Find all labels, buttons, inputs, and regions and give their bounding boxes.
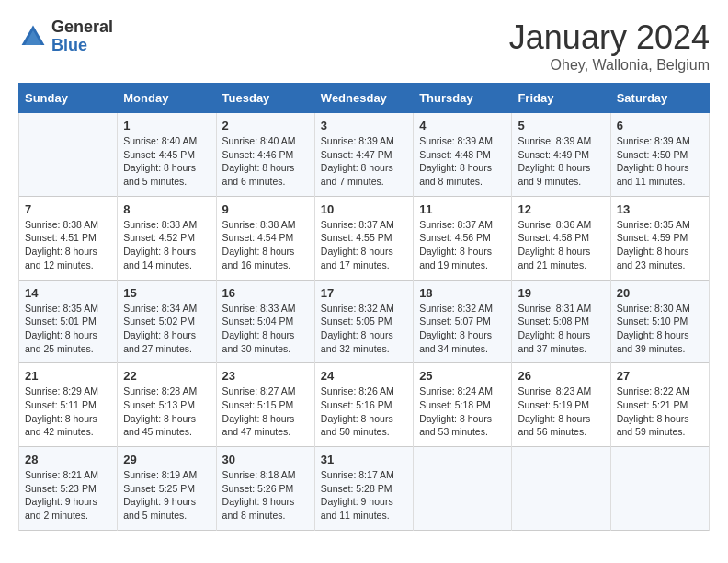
day-number: 23 <box>222 369 309 383</box>
day-number: 13 <box>617 202 703 216</box>
title-block: January 2024 Ohey, Wallonia, Belgium <box>509 18 710 74</box>
day-number: 12 <box>518 202 604 216</box>
day-info: Sunrise: 8:39 AMSunset: 4:47 PMDaylight:… <box>321 134 407 189</box>
day-number: 25 <box>419 369 506 383</box>
day-info: Sunrise: 8:34 AMSunset: 5:02 PMDaylight:… <box>123 302 210 356</box>
day-info: Sunrise: 8:37 AMSunset: 4:56 PMDaylight:… <box>419 218 506 272</box>
calendar-header-row: SundayMondayTuesdayWednesdayThursdayFrid… <box>19 84 710 113</box>
calendar-cell: 22Sunrise: 8:28 AMSunset: 5:13 PMDayligh… <box>118 363 216 447</box>
day-number: 8 <box>123 202 210 216</box>
calendar-cell: 29Sunrise: 8:19 AMSunset: 5:25 PMDayligh… <box>118 447 216 531</box>
day-number: 28 <box>25 453 111 466</box>
page-header: General Blue January 2024 Ohey, Wallonia… <box>18 18 710 74</box>
day-info: Sunrise: 8:38 AMSunset: 4:51 PMDaylight:… <box>25 218 111 272</box>
day-number: 5 <box>518 119 604 132</box>
day-number: 16 <box>222 286 309 300</box>
day-info: Sunrise: 8:31 AMSunset: 5:08 PMDaylight:… <box>518 302 604 356</box>
calendar-cell: 11Sunrise: 8:37 AMSunset: 4:56 PMDayligh… <box>414 196 512 280</box>
day-info: Sunrise: 8:30 AMSunset: 5:10 PMDaylight:… <box>617 302 703 356</box>
calendar-cell: 4Sunrise: 8:39 AMSunset: 4:48 PMDaylight… <box>414 113 512 197</box>
calendar-cell: 2Sunrise: 8:40 AMSunset: 4:46 PMDaylight… <box>216 113 314 197</box>
calendar-header-wednesday: Wednesday <box>314 84 413 113</box>
day-info: Sunrise: 8:38 AMSunset: 4:52 PMDaylight:… <box>123 218 210 272</box>
location: Ohey, Wallonia, Belgium <box>509 57 710 74</box>
day-number: 1 <box>123 119 210 132</box>
logo-text: General Blue <box>51 18 113 55</box>
calendar-cell: 13Sunrise: 8:35 AMSunset: 4:59 PMDayligh… <box>610 196 709 280</box>
day-info: Sunrise: 8:18 AMSunset: 5:26 PMDaylight:… <box>222 468 309 523</box>
day-number: 26 <box>518 369 604 383</box>
calendar-header-friday: Friday <box>512 84 610 113</box>
calendar-cell: 9Sunrise: 8:38 AMSunset: 4:54 PMDaylight… <box>216 196 314 280</box>
calendar-cell: 21Sunrise: 8:29 AMSunset: 5:11 PMDayligh… <box>19 363 118 447</box>
day-number: 22 <box>123 369 210 383</box>
day-number: 31 <box>321 453 407 466</box>
day-number: 21 <box>25 369 111 383</box>
day-info: Sunrise: 8:35 AMSunset: 4:59 PMDaylight:… <box>617 218 703 272</box>
calendar-cell: 25Sunrise: 8:24 AMSunset: 5:18 PMDayligh… <box>414 363 512 447</box>
calendar-cell: 14Sunrise: 8:35 AMSunset: 5:01 PMDayligh… <box>19 280 118 363</box>
day-number: 14 <box>25 286 111 300</box>
day-number: 19 <box>518 286 604 300</box>
day-number: 3 <box>321 119 407 132</box>
calendar-cell: 23Sunrise: 8:27 AMSunset: 5:15 PMDayligh… <box>216 363 314 447</box>
day-info: Sunrise: 8:40 AMSunset: 4:46 PMDaylight:… <box>222 134 309 189</box>
day-number: 6 <box>617 119 703 132</box>
day-number: 7 <box>25 202 111 216</box>
day-info: Sunrise: 8:39 AMSunset: 4:48 PMDaylight:… <box>419 134 506 189</box>
calendar-header-saturday: Saturday <box>610 84 709 113</box>
month-title: January 2024 <box>509 18 710 57</box>
calendar-cell: 8Sunrise: 8:38 AMSunset: 4:52 PMDaylight… <box>118 196 216 280</box>
logo-icon <box>18 22 48 52</box>
calendar-cell: 5Sunrise: 8:39 AMSunset: 4:49 PMDaylight… <box>512 113 610 197</box>
day-info: Sunrise: 8:27 AMSunset: 5:15 PMDaylight:… <box>222 385 309 439</box>
calendar-table: SundayMondayTuesdayWednesdayThursdayFrid… <box>18 83 710 531</box>
day-info: Sunrise: 8:40 AMSunset: 4:45 PMDaylight:… <box>123 134 210 189</box>
calendar-cell: 15Sunrise: 8:34 AMSunset: 5:02 PMDayligh… <box>118 280 216 363</box>
day-info: Sunrise: 8:39 AMSunset: 4:50 PMDaylight:… <box>617 134 703 189</box>
day-info: Sunrise: 8:26 AMSunset: 5:16 PMDaylight:… <box>321 385 407 439</box>
calendar-week-row: 1Sunrise: 8:40 AMSunset: 4:45 PMDaylight… <box>19 113 710 197</box>
day-info: Sunrise: 8:28 AMSunset: 5:13 PMDaylight:… <box>123 385 210 439</box>
calendar-cell <box>19 113 118 197</box>
day-info: Sunrise: 8:17 AMSunset: 5:28 PMDaylight:… <box>321 468 407 523</box>
calendar-header-thursday: Thursday <box>414 84 512 113</box>
calendar-week-row: 7Sunrise: 8:38 AMSunset: 4:51 PMDaylight… <box>19 196 710 280</box>
logo: General Blue <box>18 18 113 55</box>
day-info: Sunrise: 8:19 AMSunset: 5:25 PMDaylight:… <box>123 468 210 523</box>
calendar-cell: 1Sunrise: 8:40 AMSunset: 4:45 PMDaylight… <box>118 113 216 197</box>
calendar-cell: 24Sunrise: 8:26 AMSunset: 5:16 PMDayligh… <box>314 363 413 447</box>
calendar-cell: 7Sunrise: 8:38 AMSunset: 4:51 PMDaylight… <box>19 196 118 280</box>
day-info: Sunrise: 8:21 AMSunset: 5:23 PMDaylight:… <box>25 468 111 523</box>
calendar-week-row: 28Sunrise: 8:21 AMSunset: 5:23 PMDayligh… <box>19 447 710 531</box>
calendar-header-tuesday: Tuesday <box>216 84 314 113</box>
logo-blue: Blue <box>51 36 87 54</box>
calendar-week-row: 21Sunrise: 8:29 AMSunset: 5:11 PMDayligh… <box>19 363 710 447</box>
calendar-cell: 18Sunrise: 8:32 AMSunset: 5:07 PMDayligh… <box>414 280 512 363</box>
calendar-cell: 16Sunrise: 8:33 AMSunset: 5:04 PMDayligh… <box>216 280 314 363</box>
calendar-cell: 28Sunrise: 8:21 AMSunset: 5:23 PMDayligh… <box>19 447 118 531</box>
calendar-cell <box>414 447 512 531</box>
day-info: Sunrise: 8:32 AMSunset: 5:05 PMDaylight:… <box>321 302 407 356</box>
day-info: Sunrise: 8:23 AMSunset: 5:19 PMDaylight:… <box>518 385 604 439</box>
day-number: 29 <box>123 453 210 466</box>
day-info: Sunrise: 8:38 AMSunset: 4:54 PMDaylight:… <box>222 218 309 272</box>
calendar-cell: 26Sunrise: 8:23 AMSunset: 5:19 PMDayligh… <box>512 363 610 447</box>
day-number: 17 <box>321 286 407 300</box>
calendar-header-sunday: Sunday <box>19 84 118 113</box>
day-info: Sunrise: 8:22 AMSunset: 5:21 PMDaylight:… <box>617 385 703 439</box>
calendar-header-monday: Monday <box>118 84 216 113</box>
day-info: Sunrise: 8:24 AMSunset: 5:18 PMDaylight:… <box>419 385 506 439</box>
calendar-cell: 20Sunrise: 8:30 AMSunset: 5:10 PMDayligh… <box>610 280 709 363</box>
day-info: Sunrise: 8:35 AMSunset: 5:01 PMDaylight:… <box>25 302 111 356</box>
day-number: 4 <box>419 119 506 132</box>
calendar-cell: 31Sunrise: 8:17 AMSunset: 5:28 PMDayligh… <box>314 447 413 531</box>
day-number: 27 <box>617 369 703 383</box>
calendar-cell: 17Sunrise: 8:32 AMSunset: 5:05 PMDayligh… <box>314 280 413 363</box>
calendar-cell: 10Sunrise: 8:37 AMSunset: 4:55 PMDayligh… <box>314 196 413 280</box>
day-info: Sunrise: 8:39 AMSunset: 4:49 PMDaylight:… <box>518 134 604 189</box>
calendar-cell: 19Sunrise: 8:31 AMSunset: 5:08 PMDayligh… <box>512 280 610 363</box>
calendar-cell: 27Sunrise: 8:22 AMSunset: 5:21 PMDayligh… <box>610 363 709 447</box>
calendar-cell: 6Sunrise: 8:39 AMSunset: 4:50 PMDaylight… <box>610 113 709 197</box>
day-number: 18 <box>419 286 506 300</box>
